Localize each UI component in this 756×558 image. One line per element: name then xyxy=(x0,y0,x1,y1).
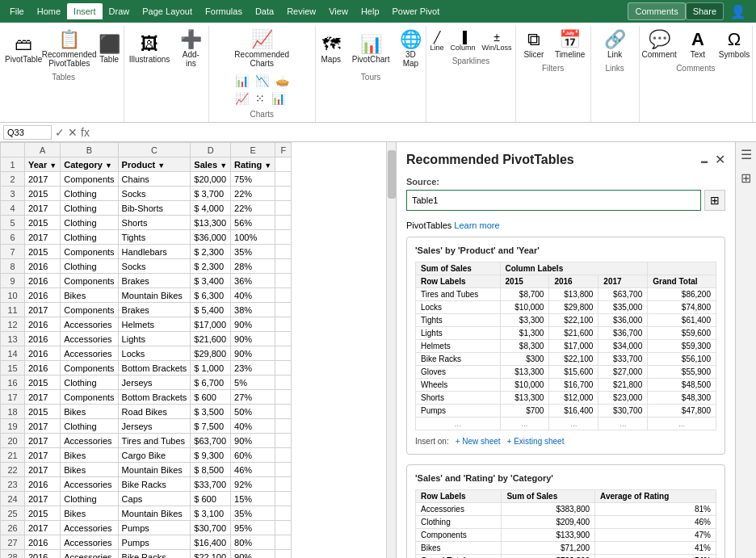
cell-empty[interactable] xyxy=(275,434,292,448)
table-row[interactable]: 142016AccessoriesLocks$29,80090% xyxy=(1,346,292,361)
cell[interactable]: $ 3,100 xyxy=(191,506,231,521)
menu-draw[interactable]: Draw xyxy=(103,3,136,19)
table-button[interactable]: ⬛ Table xyxy=(93,34,125,65)
share-button[interactable]: Share xyxy=(686,2,724,20)
text-button[interactable]: A Text xyxy=(682,29,714,61)
cell[interactable]: Socks xyxy=(118,187,191,201)
cell[interactable]: 40% xyxy=(231,419,275,434)
cell[interactable]: $63,700 xyxy=(191,434,231,448)
cell[interactable]: Clothing xyxy=(61,230,118,245)
cell[interactable]: Mountain Bikes xyxy=(118,288,191,303)
cell[interactable]: $ 8,500 xyxy=(191,463,231,477)
cell-empty[interactable] xyxy=(275,332,292,346)
cell[interactable]: Bikes xyxy=(61,288,118,303)
cell-empty[interactable] xyxy=(275,157,292,172)
cell[interactable]: 2017 xyxy=(25,521,61,535)
cell[interactable]: Brakes xyxy=(118,303,191,317)
cell[interactable]: Handlebars xyxy=(118,245,191,259)
cell[interactable]: $30,700 xyxy=(191,521,231,535)
formula-x[interactable]: ✕ xyxy=(68,126,78,139)
cell[interactable]: Bikes xyxy=(61,405,118,419)
cell[interactable]: $13,300 xyxy=(191,216,231,230)
cell[interactable]: 28% xyxy=(231,259,275,274)
cell[interactable]: 90% xyxy=(231,434,275,448)
cell[interactable]: Lights xyxy=(118,332,191,346)
table-row[interactable]: 152016ComponentsBottom Brackets$ 1,00023… xyxy=(1,361,292,375)
table-row[interactable]: 232016AccessoriesBike Racks$33,70092% xyxy=(1,477,292,492)
cell-empty[interactable] xyxy=(275,375,292,390)
cell-empty[interactable] xyxy=(275,216,292,230)
cell[interactable]: 2017 xyxy=(25,230,61,245)
menu-view[interactable]: View xyxy=(322,3,355,19)
cell[interactable]: 90% xyxy=(231,317,275,332)
cell[interactable]: Bottom Brackets xyxy=(118,390,191,405)
table-row[interactable]: 252015BikesMountain Bikes$ 3,10035% xyxy=(1,506,292,521)
cell[interactable]: 2015 xyxy=(25,405,61,419)
cell-empty[interactable] xyxy=(275,535,292,550)
menu-data[interactable]: Data xyxy=(249,3,280,19)
cell[interactable]: 46% xyxy=(231,463,275,477)
cell[interactable]: 2016 xyxy=(25,477,61,492)
cell-empty[interactable] xyxy=(275,288,292,303)
recommended-pivottables-button[interactable]: 📋 RecommendedPivotTables xyxy=(47,29,91,69)
recommended-charts-button[interactable]: 📈 RecommendedCharts xyxy=(240,29,284,69)
table-row[interactable]: 202017AccessoriesTires and Tubes$63,7009… xyxy=(1,434,292,448)
cell[interactable]: Accessories xyxy=(61,535,118,550)
line-sparkline-button[interactable]: ╱ Line xyxy=(427,29,446,53)
cell[interactable]: 2015 xyxy=(25,216,61,230)
cell[interactable]: Road Bikes xyxy=(118,405,191,419)
cell[interactable]: Accessories xyxy=(61,317,118,332)
table-row[interactable]: 42017ClothingBib-Shorts$ 4,00022% xyxy=(1,201,292,216)
cell[interactable]: Clothing xyxy=(61,375,118,390)
cell[interactable]: Components xyxy=(61,172,118,187)
cell[interactable]: 2016 xyxy=(25,317,61,332)
cell[interactable]: 2017 xyxy=(25,434,61,448)
cell[interactable]: $ 1,000 xyxy=(191,361,231,375)
comments-button[interactable]: Comments xyxy=(628,2,685,20)
panel-close-button[interactable]: ✕ xyxy=(715,152,725,167)
cell[interactable]: Bike Racks xyxy=(118,477,191,492)
cell[interactable]: Caps xyxy=(118,492,191,506)
cell-empty[interactable] xyxy=(275,245,292,259)
cell[interactable]: 2017 xyxy=(25,390,61,405)
cell[interactable]: $ 4,000 xyxy=(191,201,231,216)
bar-chart-button[interactable]: 📊 xyxy=(233,73,251,89)
cell[interactable]: 90% xyxy=(231,550,275,559)
vscroll-thumb[interactable] xyxy=(388,150,396,199)
cell[interactable]: Socks xyxy=(118,259,191,274)
cell[interactable]: 60% xyxy=(231,448,275,463)
menu-pagelayout[interactable]: Page Layout xyxy=(136,3,199,19)
cell[interactable]: 100% xyxy=(231,230,275,245)
cell[interactable]: 2015 xyxy=(25,245,61,259)
winloss-sparkline-button[interactable]: ± Win/Loss xyxy=(480,29,514,53)
cell-empty[interactable] xyxy=(275,274,292,288)
table-row[interactable]: 242017ClothingCaps$ 60015% xyxy=(1,492,292,506)
menu-help[interactable]: Help xyxy=(355,3,386,19)
cell[interactable]: 23% xyxy=(231,361,275,375)
cell-empty[interactable] xyxy=(275,361,292,375)
cell[interactable]: $21,600 xyxy=(191,332,231,346)
cell[interactable]: Category ▼ xyxy=(61,157,118,172)
maps-button[interactable]: 🗺 Maps xyxy=(315,34,347,65)
table-row[interactable]: 1Year ▼Category ▼Product ▼Sales ▼Rating … xyxy=(1,157,292,172)
menu-powerpivot[interactable]: Power Pivot xyxy=(386,3,447,19)
cell[interactable]: Tires and Tubes xyxy=(118,434,191,448)
column-icon[interactable]: ⊞ xyxy=(737,169,754,187)
cell[interactable]: 90% xyxy=(231,332,275,346)
cell[interactable]: Cargo Bike xyxy=(118,448,191,463)
cell[interactable]: 2017 xyxy=(25,172,61,187)
col-header-A[interactable]: A xyxy=(25,143,61,157)
new-sheet-button[interactable]: + New sheet xyxy=(456,437,501,446)
cell[interactable]: Shorts xyxy=(118,216,191,230)
vertical-scrollbar[interactable] xyxy=(386,142,396,558)
cell[interactable]: 75% xyxy=(231,172,275,187)
table-row[interactable]: 262017AccessoriesPumps$30,70095% xyxy=(1,521,292,535)
cell[interactable]: $ 600 xyxy=(191,492,231,506)
table-row[interactable]: 222017BikesMountain Bikes$ 8,50046% xyxy=(1,463,292,477)
cell[interactable]: Bike Racks xyxy=(118,550,191,559)
cell[interactable]: Accessories xyxy=(61,434,118,448)
source-input[interactable] xyxy=(406,190,701,211)
cell[interactable]: Clothing xyxy=(61,492,118,506)
table-row[interactable]: 102016BikesMountain Bikes$ 6,30040% xyxy=(1,288,292,303)
cell-empty[interactable] xyxy=(275,521,292,535)
